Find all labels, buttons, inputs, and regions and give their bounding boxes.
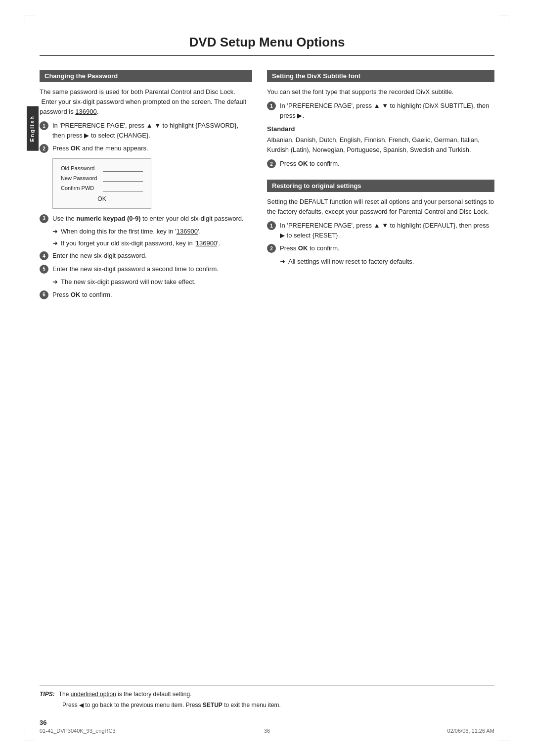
pwd-confirm-label: Confirm PWD [61, 185, 103, 191]
pwd-confirm-row: Confirm PWD [61, 185, 143, 191]
divx-subtitle-section: Setting the DivX Subtitle font You can s… [267, 70, 494, 169]
pwd-new-input [103, 175, 143, 182]
arrow-icon2: ➜ [52, 238, 58, 248]
divx-subtitle-step1: 1 In 'PREFERENCE PAGE', press ▲ ▼ to hig… [267, 101, 494, 120]
left-column: Changing the Password The same password … [40, 70, 252, 310]
step3-circle: 3 [40, 214, 48, 223]
restoring-arrow1-text: All settings will now reset to factory d… [288, 257, 414, 267]
divx-step2-text: Press OK to confirm. [280, 159, 494, 169]
pwd-ok-button: OK [61, 195, 143, 202]
pwd-old-input [103, 165, 143, 172]
divx-step2-circle: 2 [267, 159, 276, 168]
step6-text: Press OK to confirm. [52, 290, 252, 300]
changing-password-step3: 3 Use the numeric keypad (0-9) to enter … [40, 214, 252, 224]
restoring-arrow1: ➜ All settings will now reset to factory… [280, 257, 494, 267]
divx-subtitle-header: Setting the DivX Subtitle font [267, 70, 494, 82]
changing-password-step5: 5 Enter the new six-digit password a sec… [40, 264, 252, 274]
page-container: English DVD Setup Menu Options Changing … [0, 0, 534, 756]
divx-subtitle-intro: You can set the font type that supports … [267, 87, 494, 97]
changing-password-intro: The same password is used for both Paren… [40, 87, 252, 117]
tips-row1: TIPS: The underlined option is the facto… [40, 690, 494, 699]
standard-text: Albanian, Danish, Dutch, English, Finnis… [267, 135, 494, 155]
page-number: 36 [40, 719, 46, 726]
tips-label: TIPS: [40, 690, 55, 699]
arrow-icon3: ➜ [52, 277, 58, 287]
corner-mark-tr [499, 15, 509, 25]
restoring-step1: 1 In 'PREFERENCE PAGE', press ▲ ▼ to hig… [267, 221, 494, 240]
step3-arrow2-text: If you forget your old six-digit passwor… [61, 238, 220, 248]
pwd-old-label: Old Password [61, 165, 103, 171]
divx-step1-text: In 'PREFERENCE PAGE', press ▲ ▼ to highl… [280, 101, 494, 120]
restoring-step2-circle: 2 [267, 244, 276, 253]
changing-password-header: Changing the Password [40, 70, 252, 82]
step2-circle: 2 [40, 144, 48, 153]
restoring-step2: 2 Press OK to confirm. [267, 243, 494, 253]
changing-password-step2: 2 Press OK and the menu appears. [40, 143, 252, 153]
corner-mark-tl [25, 15, 35, 25]
tips-row2: Press ◀ to go back to the previous menu … [40, 701, 494, 710]
main-content: Changing the Password The same password … [40, 70, 494, 310]
changing-password-step1: 1 In 'PREFERENCE PAGE', press ▲ ▼ to hig… [40, 121, 252, 140]
step3-text: Use the numeric keypad (0-9) to enter yo… [52, 214, 252, 224]
arrow-icon: ➜ [52, 227, 58, 236]
step3-arrow1: ➜ When doing this for the first time, ke… [52, 227, 252, 236]
step5-circle: 5 [40, 265, 48, 274]
pwd-new-label: New Password [61, 175, 103, 181]
restoring-step2-text: Press OK to confirm. [280, 243, 494, 253]
restoring-header: Restoring to original settings [267, 180, 494, 192]
tips-line2: Press ◀ to go back to the previous menu … [62, 701, 281, 710]
footer-file-left: 01-41_DVP3040K_93_engRC3 [40, 728, 116, 734]
restoring-step1-circle: 1 [267, 221, 276, 230]
restoring-section: Restoring to original settings Setting t… [267, 180, 494, 266]
pwd-new-row: New Password [61, 175, 143, 182]
tips-line1: The underlined option is the factory def… [59, 690, 192, 699]
standard-subheader: Standard [267, 125, 494, 133]
pwd-confirm-input [103, 185, 143, 191]
restoring-arrow-icon: ➜ [280, 257, 285, 267]
footer-file-center: 36 [264, 728, 270, 734]
step4-circle: 4 [40, 251, 48, 260]
tips-footer: TIPS: The underlined option is the facto… [40, 685, 494, 711]
restoring-step1-text: In 'PREFERENCE PAGE', press ▲ ▼ to highl… [280, 221, 494, 240]
step5-arrow: ➜ The new six-digit password will now ta… [52, 277, 252, 287]
step6-circle: 6 [40, 290, 48, 299]
divx-step1-circle: 1 [267, 101, 276, 110]
divx-subtitle-step2: 2 Press OK to confirm. [267, 159, 494, 169]
step1-circle: 1 [40, 121, 48, 130]
right-column: Setting the DivX Subtitle font You can s… [267, 70, 494, 277]
page-title: DVD Setup Menu Options [40, 35, 494, 56]
step5-arrow-text: The new six-digit password will now take… [61, 277, 196, 287]
step5-text: Enter the new six-digit password a secon… [52, 264, 252, 274]
changing-password-section: Changing the Password The same password … [40, 70, 252, 299]
changing-password-step4: 4 Enter the new six-digit password. [40, 251, 252, 261]
sidebar-english-label: English [27, 106, 39, 151]
step3-arrow1-text: When doing this for the first time, key … [61, 227, 201, 236]
step4-text: Enter the new six-digit password. [52, 251, 252, 261]
corner-mark-bl [25, 731, 35, 741]
pwd-old-row: Old Password [61, 165, 143, 172]
step1-text: In 'PREFERENCE PAGE', press ▲ ▼ to highl… [52, 121, 252, 140]
footer-file-right: 02/06/06, 11:26 AM [447, 728, 494, 734]
changing-password-step6: 6 Press OK to confirm. [40, 290, 252, 300]
password-dialog-box: Old Password New Password Confirm PWD OK [52, 158, 151, 209]
step2-text: Press OK and the menu appears. [52, 143, 252, 153]
corner-mark-br [499, 731, 509, 741]
restoring-intro: Setting the DEFAULT function will reset … [267, 197, 494, 217]
step3-arrow2: ➜ If you forget your old six-digit passw… [52, 238, 252, 248]
